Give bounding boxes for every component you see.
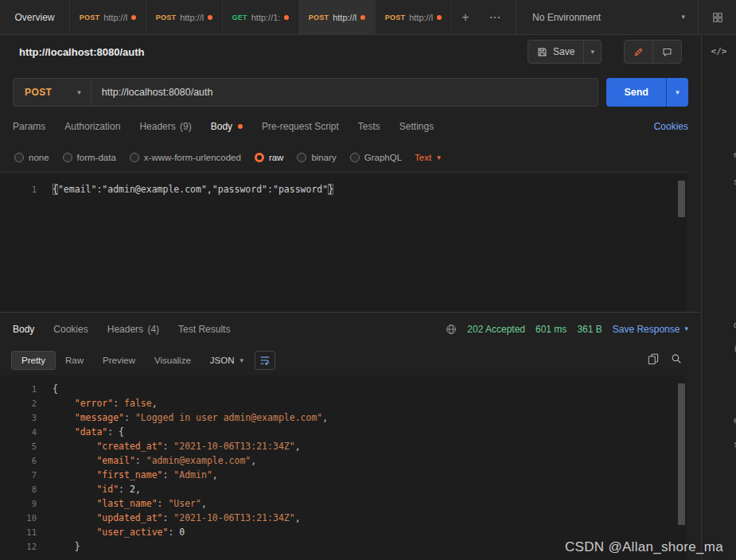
request-tab[interactable]: GEThttp://1: xyxy=(223,0,299,34)
tab-settings[interactable]: Settings xyxy=(399,121,434,132)
token: , xyxy=(212,469,218,480)
save-button[interactable]: Save xyxy=(528,41,583,63)
response-body-editor[interactable]: 1{2 "error": false,3 "message": "Logged … xyxy=(0,375,687,560)
response-toolbar: PrettyRawPreviewVisualize JSON ▾ xyxy=(0,345,701,375)
response-tab-headers[interactable]: Headers (4) xyxy=(107,324,159,335)
edit-comment-group xyxy=(624,40,682,64)
request-tab[interactable]: POSThttp://l xyxy=(376,0,452,34)
overview-label: Overview xyxy=(14,12,54,23)
token: "2021-10-06T13:21:34Z" xyxy=(173,441,294,452)
line-number: 6 xyxy=(0,453,48,468)
token xyxy=(53,398,75,409)
line-number: 8 xyxy=(0,482,48,496)
view-preview[interactable]: Preview xyxy=(93,352,145,369)
tab-authorization[interactable]: Authorization xyxy=(64,121,120,132)
token: "admin@example.com" xyxy=(146,455,251,466)
save-options-button[interactable]: ▾ xyxy=(583,41,601,63)
tab-tests[interactable]: Tests xyxy=(358,121,380,132)
line-content: "user_active": 0 xyxy=(53,525,185,539)
copy-response-button[interactable] xyxy=(648,353,659,368)
postman-window: Overview POSThttp://lPOSThttp://lGEThttp… xyxy=(0,0,736,560)
token: : xyxy=(162,512,173,523)
tab-overview[interactable]: Overview xyxy=(0,0,70,34)
tab-headers[interactable]: Headers (9) xyxy=(139,121,191,132)
environment-quick-look-button[interactable] xyxy=(698,0,736,34)
body-type-form-data[interactable]: form-data xyxy=(63,153,116,162)
save-response-button[interactable]: Save Response ▾ xyxy=(613,324,688,335)
tab-body[interactable]: Body xyxy=(211,121,243,132)
response-format-selector[interactable]: JSON ▾ xyxy=(210,356,243,365)
new-tab-button[interactable]: + xyxy=(452,0,479,34)
radio-icon xyxy=(14,153,24,162)
body-type-x-www-form-urlencoded[interactable]: x-www-form-urlencoded xyxy=(130,153,241,162)
tab-label: Params xyxy=(13,121,45,132)
method-label: POST xyxy=(309,14,329,21)
token xyxy=(53,527,96,538)
more-icon: ••• xyxy=(490,14,501,21)
response-section-tabs: BodyCookiesHeaders (4)Test Results xyxy=(13,324,230,335)
token: "email" xyxy=(96,455,134,466)
method-selector[interactable]: POST ▾ xyxy=(14,79,92,106)
response-tab-cookies[interactable]: Cookies xyxy=(53,324,88,335)
response-format-label: JSON xyxy=(210,356,235,365)
request-title: http://localhost:8080/auth xyxy=(19,46,144,58)
line-content: { xyxy=(53,382,58,396)
code-line: 7 "first_name": "Admin", xyxy=(0,468,687,482)
tab-pre-request-script[interactable]: Pre-request Script xyxy=(262,121,339,132)
token xyxy=(53,512,96,523)
token: "2021-10-06T13:21:34Z" xyxy=(173,512,294,523)
cookies-link[interactable]: Cookies xyxy=(654,121,688,132)
body-type-raw[interactable]: raw xyxy=(255,153,284,162)
environment-selector[interactable]: No Environment ▾ xyxy=(516,0,698,34)
url-input[interactable]: http://localhost:8080/auth xyxy=(92,87,213,98)
line-content: } xyxy=(53,539,80,554)
method-label: GET xyxy=(232,14,247,21)
save-button-group: Save ▾ xyxy=(528,40,602,64)
body-type-none[interactable]: none xyxy=(14,153,49,162)
line-number: 7 xyxy=(0,468,48,482)
view-raw[interactable]: Raw xyxy=(56,352,93,369)
line-number: 10 xyxy=(0,511,48,525)
body-type-binary[interactable]: binary xyxy=(297,153,336,162)
plus-icon: + xyxy=(461,10,469,25)
line-content: "first_name": "Admin", xyxy=(53,468,218,482)
request-tab[interactable]: POSThttp://l xyxy=(146,0,223,34)
edit-button[interactable] xyxy=(625,41,652,63)
method-label: POST xyxy=(156,14,176,21)
token: false xyxy=(124,398,152,409)
response-size: 361 B xyxy=(577,324,602,335)
save-response-label: Save Response xyxy=(613,324,680,335)
search-response-button[interactable] xyxy=(671,353,682,368)
token: "Logged in user admin@example.com" xyxy=(135,412,322,423)
token: 0 xyxy=(179,527,185,538)
more-tabs-button[interactable]: ••• xyxy=(479,0,512,34)
response-editor-scrollbar[interactable] xyxy=(678,383,685,525)
radio-icon xyxy=(297,153,306,162)
wrap-line-button[interactable] xyxy=(255,351,275,370)
view-pretty[interactable]: Pretty xyxy=(11,351,56,370)
tab-params[interactable]: Params xyxy=(13,121,45,132)
comments-button[interactable] xyxy=(652,41,681,63)
token xyxy=(53,426,75,438)
request-tab[interactable]: POSThttp://l xyxy=(299,0,376,34)
tab-count: (4) xyxy=(145,324,159,335)
token: : xyxy=(158,498,169,509)
send-button[interactable]: Send xyxy=(606,78,666,107)
save-icon xyxy=(537,47,547,57)
code-panel-button[interactable]: </> xyxy=(702,46,736,56)
response-tab-body[interactable]: Body xyxy=(13,324,34,335)
request-tab[interactable]: POSThttp://l xyxy=(70,0,146,34)
raw-language-selector[interactable]: Text ▾ xyxy=(415,153,441,162)
line-number: 3 xyxy=(0,410,48,425)
request-editor-scrollbar[interactable] xyxy=(678,181,685,217)
body-type-graphql[interactable]: GraphQL xyxy=(350,153,402,162)
send-options-button[interactable]: ▾ xyxy=(666,78,688,107)
chevron-down-icon: ▾ xyxy=(684,325,688,332)
response-tab-test-results[interactable]: Test Results xyxy=(178,324,230,335)
token: : xyxy=(124,412,135,423)
search-icon xyxy=(671,353,682,364)
code-line: 4 "data": { xyxy=(0,425,687,439)
request-body-editor[interactable]: 1{"email":"admin@example.com","password"… xyxy=(0,172,687,312)
token xyxy=(53,498,96,509)
view-visualize[interactable]: Visualize xyxy=(145,352,201,369)
